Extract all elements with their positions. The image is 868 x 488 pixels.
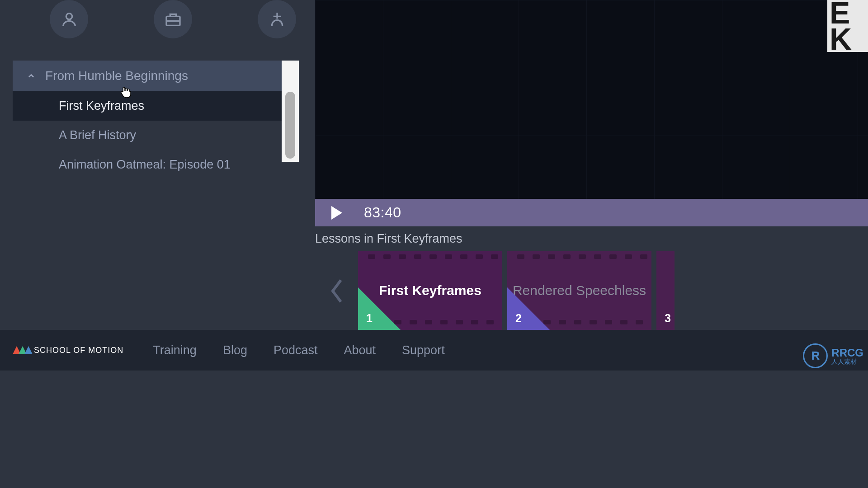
nav-about[interactable]: About	[344, 343, 376, 357]
video-controls: 83:40	[315, 199, 868, 226]
film-strip-decoration	[543, 320, 651, 327]
nav-training[interactable]: Training	[153, 343, 197, 357]
card-number: 1	[366, 312, 373, 325]
section-header[interactable]: From Humble Beginnings	[13, 61, 299, 91]
cursor-icon	[118, 85, 133, 99]
sidebar-item-brief-history[interactable]: A Brief History	[13, 121, 299, 150]
lesson-card-3[interactable]: 3	[656, 251, 675, 330]
chevron-up-icon	[26, 71, 36, 81]
sidebar-item-first-keyframes[interactable]: First Keyframes	[13, 91, 299, 121]
header-icons	[50, 0, 296, 38]
play-icon	[331, 206, 342, 220]
video-player[interactable]: E K	[315, 0, 868, 199]
film-strip-decoration	[394, 320, 502, 327]
video-grid-bg	[315, 0, 868, 199]
sidebar-item-label: Animation Oatmeal: Episode 01	[59, 158, 231, 171]
card-number: 3	[665, 312, 671, 325]
sidebar-scrollbar[interactable]	[282, 61, 299, 162]
film-strip-decoration	[358, 254, 502, 262]
logo-icon	[13, 346, 30, 354]
nav-support[interactable]: Support	[402, 343, 445, 357]
nav-blog[interactable]: Blog	[223, 343, 247, 357]
carousel-prev-button[interactable]	[315, 251, 358, 330]
mentor-icon[interactable]	[258, 0, 296, 38]
brand-text: SCHOOL OF MOTION	[34, 346, 123, 355]
sidebar-item-label: First Keyframes	[59, 99, 144, 113]
brand-logo[interactable]: SCHOOL OF MOTION	[13, 346, 123, 355]
lesson-sidebar: From Humble Beginnings First Keyframes A…	[13, 61, 299, 179]
user-icon[interactable]	[50, 0, 88, 38]
video-title-overlay: E K	[827, 0, 868, 52]
film-strip-decoration	[507, 254, 651, 262]
watermark-sub: 人人素材	[831, 358, 863, 365]
sidebar-item-label: A Brief History	[59, 128, 136, 142]
section-title: From Humble Beginnings	[45, 69, 188, 83]
lesson-card-1[interactable]: First Keyframes 1	[358, 251, 502, 330]
nav-podcast[interactable]: Podcast	[274, 343, 318, 357]
lesson-carousel: First Keyframes 1 Rendered Speechless 2 …	[315, 251, 868, 330]
card-number: 2	[515, 312, 522, 325]
video-time: 83:40	[364, 204, 401, 221]
lesson-card-2[interactable]: Rendered Speechless 2	[507, 251, 651, 330]
watermark: R RRCG 人人素材	[803, 343, 863, 368]
watermark-icon: R	[803, 343, 828, 368]
scrollbar-thumb[interactable]	[285, 92, 295, 159]
sidebar-item-animation-oatmeal[interactable]: Animation Oatmeal: Episode 01	[13, 150, 299, 179]
footer-nav: Training Blog Podcast About Support	[153, 343, 444, 357]
footer: SCHOOL OF MOTION Training Blog Podcast A…	[0, 330, 868, 371]
lessons-section-title: Lessons in First Keyframes	[315, 232, 462, 246]
briefcase-icon[interactable]	[154, 0, 192, 38]
play-button[interactable]	[315, 199, 356, 226]
svg-point-0	[66, 13, 72, 19]
watermark-main: RRCG	[831, 347, 863, 358]
